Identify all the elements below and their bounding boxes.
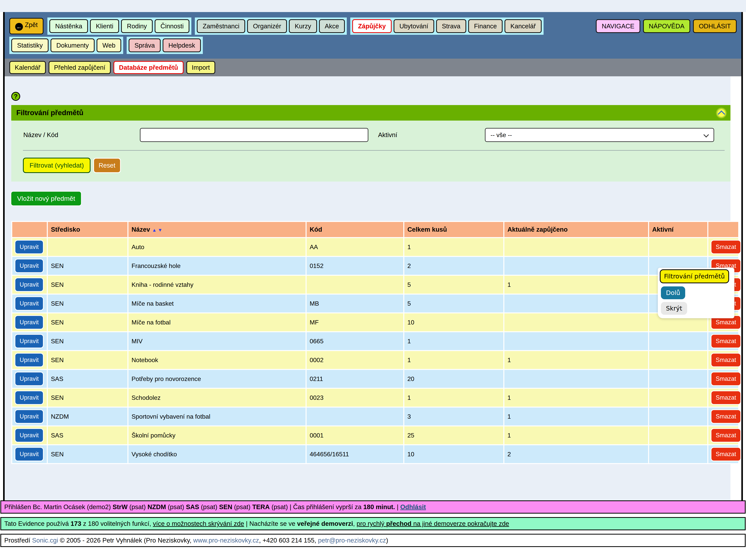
- table-row: Upravit SEN Notebook 0002 1 1 Smazat: [12, 351, 738, 369]
- delete-button[interactable]: Smazat: [711, 429, 740, 442]
- nav-group-services: Zápůjčky Ubytování Strava Finance Kancel…: [350, 18, 544, 35]
- nav-kurzy-button[interactable]: Kurzy: [289, 19, 317, 33]
- filter-reset-button[interactable]: Reset: [94, 159, 120, 172]
- nav-dokumenty-button[interactable]: Dokumenty: [51, 38, 95, 52]
- delete-button[interactable]: Smazat: [711, 448, 740, 461]
- navigace-button[interactable]: NAVIGACE: [596, 19, 640, 33]
- table-row: Upravit SAS Školní pomůcky 0001 25 1 Sma…: [12, 426, 738, 444]
- items-table: Středisko Název▲▼ Kód Celkem kusů Aktuál…: [11, 221, 739, 464]
- header-zapujceno: Aktuálně zapůjčeno: [504, 222, 648, 237]
- edit-button[interactable]: Upravit: [16, 278, 43, 291]
- page-content: ? Filtrování předmětů Název / Kód Aktivn…: [5, 76, 730, 500]
- nav-statistiky-button[interactable]: Statistiky: [11, 38, 49, 52]
- header-stredisko: Středisko: [48, 222, 127, 237]
- role-sen: SEN: [219, 503, 232, 510]
- table-row: Upravit SEN MIV 0665 1 Smazat: [12, 332, 738, 350]
- nav-organizer-button[interactable]: Organizér: [247, 19, 287, 33]
- nav-helpdesk-button[interactable]: Helpdesk: [163, 38, 201, 52]
- main-navbar: ←Zpět Nástěnka Klienti Rodiny Činnosti Z…: [5, 12, 741, 59]
- role-nzdm: NZDM: [147, 503, 166, 510]
- delete-button[interactable]: Smazat: [711, 335, 740, 348]
- edit-button[interactable]: Upravit: [16, 448, 43, 461]
- nav-strava-button[interactable]: Strava: [436, 19, 466, 33]
- filter-submit-button[interactable]: Filtrovat (vyhledat): [23, 158, 90, 173]
- feature-count: 173: [70, 520, 81, 527]
- nav-akce-button[interactable]: Akce: [319, 19, 345, 33]
- quick-nav-popup: Filtrování předmětů Dolů Skrýt: [658, 268, 734, 318]
- sort-asc-icon[interactable]: ▲: [152, 227, 158, 233]
- hiding-options-link[interactable]: více o možnostech skrývání zde: [153, 520, 244, 527]
- delete-button[interactable]: Smazat: [711, 373, 740, 385]
- nav-zapujcky-button-active[interactable]: Zápůjčky: [352, 19, 392, 33]
- filter-panel: Filtrování předmětů Název / Kód Aktivní …: [11, 105, 730, 182]
- filter-title: Filtrování předmětů: [16, 109, 83, 117]
- edit-button[interactable]: Upravit: [16, 354, 43, 366]
- edit-button[interactable]: Upravit: [16, 391, 43, 404]
- nav-ubytovani-button[interactable]: Ubytování: [394, 19, 434, 33]
- table-row: Upravit Auto AA 1 Smazat: [12, 238, 738, 256]
- table-row: Upravit SEN Míče na basket MB 5 Smazat: [12, 295, 738, 313]
- table-header-row: Středisko Název▲▼ Kód Celkem kusů Aktuál…: [12, 222, 738, 237]
- edit-button[interactable]: Upravit: [16, 241, 43, 254]
- header-kod: Kód: [307, 222, 403, 237]
- footer-bar: Prostředí Sonic.cgi © 2005 - 2026 Petr V…: [0, 534, 746, 547]
- nav-klienti-button[interactable]: Klienti: [90, 19, 119, 33]
- status-bar: Přihlášen Bc. Martin Ocásek (demo2) StrW…: [0, 500, 746, 513]
- sonic-app-link[interactable]: Sonic.cgi: [32, 537, 58, 544]
- demo-switch-link[interactable]: pro rychlý přechod na jiné demoverze pok…: [357, 520, 509, 527]
- header-celkem: Celkem kusů: [404, 222, 504, 237]
- app-window: ←Zpět Nástěnka Klienti Rodiny Činnosti Z…: [3, 12, 743, 500]
- chevron-up-icon: [718, 110, 725, 118]
- edit-button[interactable]: Upravit: [16, 259, 43, 272]
- active-select[interactable]: -- vše --: [485, 128, 714, 142]
- collapse-panel-button[interactable]: [716, 107, 727, 119]
- odhlasit-button[interactable]: ODHLÁSIT: [693, 19, 737, 33]
- filter-panel-header: Filtrování předmětů: [11, 105, 730, 121]
- delete-button[interactable]: Smazat: [711, 410, 740, 423]
- nav-sprava-button[interactable]: Správa: [128, 38, 161, 52]
- popup-down-button[interactable]: Dolů: [661, 287, 685, 299]
- nav-web-button[interactable]: Web: [96, 38, 121, 52]
- active-select-value: -- vše --: [491, 131, 512, 139]
- nav-nastenka-button[interactable]: Nástěnka: [49, 19, 88, 33]
- delete-button[interactable]: Smazat: [711, 354, 740, 366]
- edit-button[interactable]: Upravit: [16, 410, 43, 423]
- nav-zamestnanci-button[interactable]: Zaměstnanci: [197, 19, 245, 33]
- popup-filter-shortcut-button[interactable]: Filtrování předmětů: [660, 269, 729, 283]
- edit-button[interactable]: Upravit: [16, 373, 43, 385]
- table-row: Upravit SEN Míče na fotbal MF 10 Smazat: [12, 314, 738, 331]
- nav-group-admin: Správa Helpdesk: [127, 37, 203, 54]
- edit-button[interactable]: Upravit: [16, 429, 43, 442]
- sort-desc-icon[interactable]: ▼: [158, 227, 164, 233]
- email-link[interactable]: petr@pro-neziskovky.cz: [318, 537, 386, 544]
- delete-button[interactable]: Smazat: [711, 391, 740, 404]
- subnav-import-button[interactable]: Import: [186, 61, 216, 74]
- header-aktivni: Aktivní: [649, 222, 707, 237]
- edit-button[interactable]: Upravit: [16, 297, 43, 310]
- edit-button[interactable]: Upravit: [16, 316, 43, 329]
- nav-kancelar-button[interactable]: Kancelář: [505, 19, 541, 33]
- nav-finance-button[interactable]: Finance: [468, 19, 503, 33]
- help-icon[interactable]: ?: [11, 92, 20, 101]
- website-link[interactable]: www.pro-neziskovky.cz: [193, 537, 259, 544]
- napoveda-button[interactable]: NÁPOVĚDA: [643, 19, 690, 33]
- nav-group-reports: Statistiky Dokumenty Web: [9, 37, 123, 54]
- top-margin-strip: [0, 0, 746, 12]
- back-button[interactable]: ←Zpět: [9, 18, 44, 34]
- info-bar: Tato Evidence používá 173 z 180 voliteln…: [0, 517, 746, 530]
- logout-link[interactable]: Odhlásit: [400, 503, 426, 510]
- nav-group-office: Zaměstnanci Organizér Kurzy Akce: [195, 18, 347, 35]
- nav-group-agenda: Nástěnka Klienti Rodiny Činnosti: [48, 18, 191, 35]
- subnav-databaze-button-active[interactable]: Databáze předmětů: [113, 61, 183, 74]
- name-code-input[interactable]: [140, 128, 368, 142]
- nav-rodiny-button[interactable]: Rodiny: [121, 19, 153, 33]
- subnav-prehled-button[interactable]: Přehled zapůjčení: [49, 61, 111, 74]
- popup-hide-button[interactable]: Skrýt: [661, 302, 687, 315]
- header-delete-blank: [708, 222, 738, 237]
- insert-item-button[interactable]: Vložit nový předmět: [11, 191, 81, 205]
- delete-button[interactable]: Smazat: [711, 241, 740, 254]
- nav-cinnosti-button[interactable]: Činnosti: [155, 19, 190, 33]
- edit-button[interactable]: Upravit: [16, 335, 43, 348]
- table-row: Upravit SAS Potřeby pro novorozence 0211…: [12, 370, 738, 388]
- subnav-kalendar-button[interactable]: Kalendář: [9, 61, 46, 74]
